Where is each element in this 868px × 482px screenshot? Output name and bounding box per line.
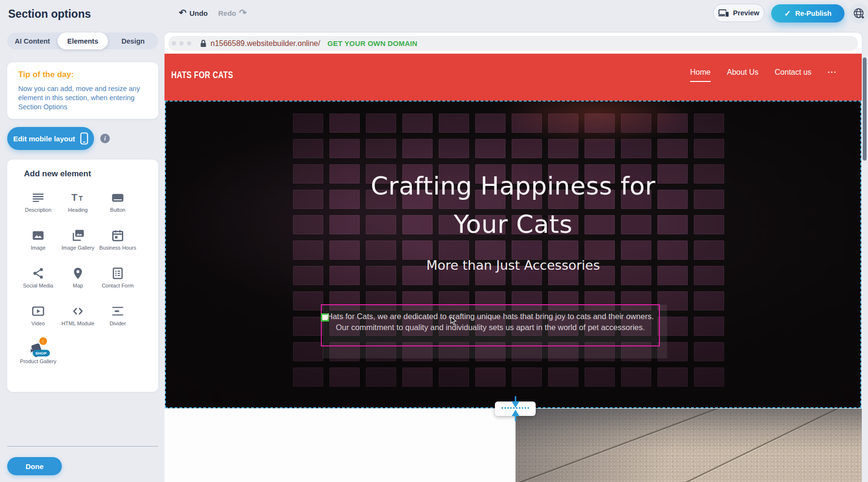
preview-label: Preview: [733, 9, 760, 17]
element-item-description[interactable]: Description: [18, 189, 58, 221]
background-tile: [475, 114, 505, 133]
edit-mobile-layout-button[interactable]: Edit mobile layout: [7, 127, 94, 150]
undo-label: Undo: [189, 9, 208, 17]
globe-button[interactable]: [849, 3, 868, 23]
background-tile: [548, 367, 578, 387]
check-icon: ✓: [784, 9, 791, 19]
element-grid: Description TT Heading Button Image Imag…: [18, 189, 138, 372]
nav-label: Home: [690, 68, 711, 76]
element-label: HTML Module: [61, 321, 94, 327]
heading-icon: TT: [71, 189, 85, 206]
element-item-heading[interactable]: TT Heading: [58, 189, 98, 221]
tab-ai-content[interactable]: AI Content: [7, 33, 58, 49]
redo-button[interactable]: Redo ↷: [218, 8, 246, 18]
browser-chrome-bar: n1566589.websitebuilder.online/ GET YOUR…: [164, 33, 862, 54]
element-label: Image Gallery: [61, 245, 94, 252]
resize-arrows-icon: [512, 396, 519, 423]
site-logo[interactable]: HATS FOR CATS: [171, 69, 233, 80]
background-tile: [402, 139, 433, 158]
element-item-image-gallery[interactable]: Image Gallery: [58, 227, 98, 259]
element-item-button[interactable]: Button: [98, 189, 138, 221]
info-icon[interactable]: i: [100, 134, 110, 143]
element-item-video[interactable]: Video: [18, 303, 58, 334]
element-label: Heading: [68, 207, 88, 214]
background-tile: [694, 317, 724, 336]
element-item-social-media[interactable]: Social Media: [18, 265, 58, 297]
get-domain-link[interactable]: GET YOUR OWN DOMAIN: [328, 39, 418, 47]
share-icon: [32, 265, 45, 281]
nav-item-more[interactable]: ···: [828, 68, 837, 81]
element-item-business-hours[interactable]: Business Hours: [98, 227, 138, 259]
scrollbar-thumb[interactable]: [863, 57, 867, 161]
background-tile: [293, 342, 323, 361]
background-tile: [548, 241, 578, 260]
shop-icon: ↑SHOP: [30, 341, 47, 357]
add-element-title: Add new element: [24, 169, 91, 179]
element-label: Product Gallery: [20, 358, 57, 365]
address-bar[interactable]: n1566589.websitebuilder.online/ GET YOUR…: [168, 36, 858, 51]
preview-button[interactable]: Preview: [713, 4, 764, 22]
tip-title: Tip of the day:: [18, 70, 74, 80]
background-tile: [585, 367, 615, 387]
button-icon: [111, 189, 125, 206]
background-tile: [366, 139, 396, 158]
background-tile: [475, 139, 505, 158]
element-item-html-module[interactable]: HTML Module: [58, 303, 98, 334]
background-tile: [548, 139, 578, 158]
tab-design[interactable]: Design: [108, 33, 158, 49]
hero-description-text: Hats for Cats, we are dedicated to craft…: [322, 311, 659, 333]
nav-label: About Us: [727, 68, 759, 76]
background-tile: [402, 367, 433, 387]
globe-icon: [853, 8, 865, 20]
background-tile: [366, 241, 396, 260]
element-label: Image: [31, 245, 46, 252]
element-label: Social Media: [23, 283, 53, 289]
devices-icon: [718, 9, 729, 17]
republish-button[interactable]: ✓ Re-Publish: [771, 4, 845, 23]
section-resize-handle[interactable]: [495, 402, 536, 416]
element-item-product-gallery[interactable]: ↑SHOP Product Gallery: [18, 341, 58, 372]
undo-button[interactable]: ↶ Undo: [179, 8, 208, 18]
republish-label: Re-Publish: [795, 10, 832, 17]
background-tile: [475, 241, 505, 260]
calendar-icon: [111, 227, 124, 243]
code-icon: [71, 303, 85, 319]
nav-item-home[interactable]: Home: [690, 68, 711, 82]
background-tile: [548, 114, 578, 133]
background-tile: [402, 241, 433, 260]
undo-icon: ↶: [179, 8, 187, 18]
description-line1: Hats for Cats, we are dedicated to craft…: [322, 311, 659, 322]
background-tile: [439, 139, 469, 158]
background-tile: [621, 139, 651, 158]
background-tile: [694, 114, 724, 133]
background-tile: [293, 241, 323, 260]
selected-description-element[interactable]: Hats for Cats, we are dedicated to craft…: [321, 304, 660, 346]
element-item-map[interactable]: Map: [58, 265, 98, 297]
background-tile: [293, 317, 323, 336]
background-tile: [293, 367, 323, 387]
image-icon: [32, 227, 45, 243]
background-tile: [657, 139, 688, 158]
background-tile: [694, 291, 724, 310]
nav-item-aboutus[interactable]: About Us: [727, 68, 759, 81]
background-tile: [329, 114, 360, 133]
hero-section[interactable]: Crafting Happiness for Your Cats More th…: [165, 101, 861, 408]
element-label: Business Hours: [99, 245, 136, 252]
background-tile: [657, 241, 688, 260]
tab-elements[interactable]: Elements: [58, 33, 108, 49]
element-item-contact-form[interactable]: Contact Form: [98, 265, 138, 297]
background-tile: [512, 367, 542, 387]
background-tile: [585, 139, 615, 158]
map-pin-icon: [71, 265, 84, 281]
nav-item-contactus[interactable]: Contact us: [775, 68, 811, 81]
done-button[interactable]: Done: [7, 457, 62, 475]
hero-heading-line2: Your Cats: [166, 205, 860, 243]
nav-label: Contact us: [775, 68, 811, 76]
browser-dot: [172, 41, 176, 46]
element-item-image[interactable]: Image: [18, 227, 58, 259]
divider-icon: [111, 303, 124, 319]
background-tile: [439, 241, 469, 260]
background-tile: [402, 114, 433, 133]
element-item-divider[interactable]: Divider: [98, 303, 138, 334]
background-tile: [329, 139, 360, 158]
